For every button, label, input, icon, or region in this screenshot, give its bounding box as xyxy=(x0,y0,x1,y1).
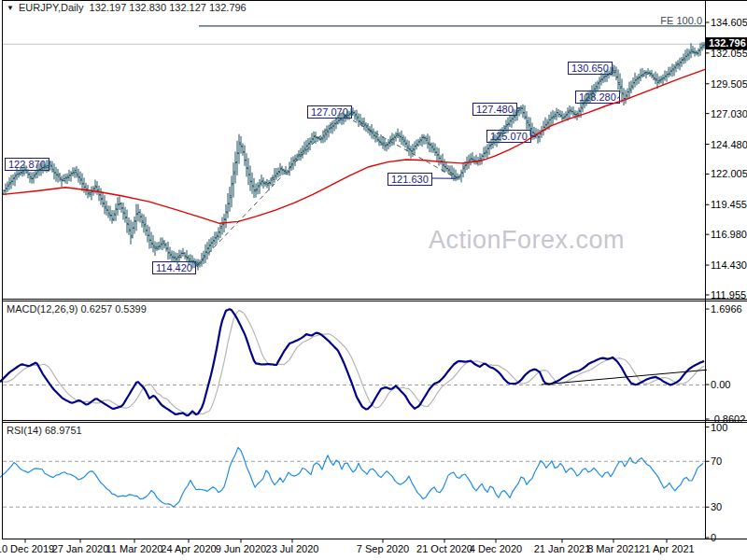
moving-average-line xyxy=(3,69,705,223)
rsi-axis-label: 0 xyxy=(711,532,716,543)
ohlc-bars xyxy=(2,42,705,271)
price-axis-label: 124.480 xyxy=(711,139,747,150)
price-axis-label: 116.980 xyxy=(711,229,747,240)
rsi-indicator-title: RSI(14) 68.9751 xyxy=(7,425,82,436)
date-label: 9 Jun 2020 xyxy=(216,543,266,554)
date-label: 8 Mar 2021 xyxy=(587,543,640,554)
chart-title: EURJPY,Daily 132.197 132.830 132.127 132… xyxy=(19,2,247,13)
price-axis-label: 114.430 xyxy=(711,259,747,271)
macd-signal-line xyxy=(0,311,704,414)
macd-indicator-title: MACD(12,26,9) 0.6257 0.5399 xyxy=(7,303,147,315)
chart-title-bar: ▼EURJPY,Daily 132.197 132.830 132.127 13… xyxy=(7,2,247,13)
date-label: 21 Jan 2021 xyxy=(534,543,591,554)
collapse-triangle-icon[interactable]: ▼ xyxy=(7,4,14,12)
date-label: 21 Apr 2021 xyxy=(639,543,694,554)
price-trendline-dashed xyxy=(196,111,344,266)
rsi-axis-label: 70 xyxy=(711,455,722,467)
date-label: 10 Dec 2019 xyxy=(0,543,54,554)
chart-canvas[interactable] xyxy=(0,0,747,560)
rsi-axis-label: 30 xyxy=(711,501,722,512)
price-axis-label: 119.455 xyxy=(711,199,747,210)
date-label: 24 Apr 2020 xyxy=(161,543,216,554)
date-label: 27 Jan 2020 xyxy=(52,543,109,554)
date-label: 11 Mar 2020 xyxy=(106,543,163,554)
trading-chart-window: ActionForex.com ▼EURJPY,Daily 132.197 13… xyxy=(0,0,747,560)
macd-main-line xyxy=(0,309,704,415)
rsi-line xyxy=(0,447,703,507)
price-axis-label: 129.505 xyxy=(711,78,747,90)
macd-axis-label: 1.6966 xyxy=(711,303,742,315)
fibonacci-expansion-label: FE 100.0 xyxy=(648,15,702,26)
rsi-axis-label: 100 xyxy=(711,422,727,433)
swing-label-connector xyxy=(617,96,620,99)
date-label: 23 Jul 2020 xyxy=(266,543,319,554)
price-axis-label: 127.030 xyxy=(711,108,747,119)
macd-axis-label: 0.00 xyxy=(711,379,730,390)
current-price-tag: 132.796 xyxy=(706,37,747,49)
date-label: 7 Sep 2020 xyxy=(357,543,409,554)
price-axis-label: 111.955 xyxy=(711,289,746,301)
date-label: 4 Dec 2020 xyxy=(470,543,522,554)
price-axis-label: 134.605 xyxy=(711,17,747,28)
price-axis-label: 122.005 xyxy=(711,168,747,179)
date-label: 21 Oct 2020 xyxy=(416,543,472,554)
